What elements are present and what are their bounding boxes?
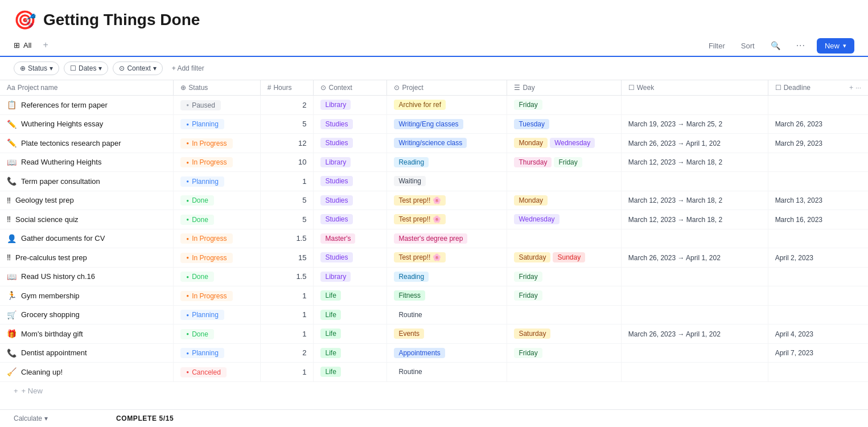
project-cell[interactable]: Events <box>387 325 507 344</box>
day-cell[interactable]: Friday <box>507 343 621 363</box>
day-cell[interactable] <box>507 172 621 191</box>
hours-cell: 15 <box>260 248 314 268</box>
table-row[interactable]: ‼️Pre-calculus test prep●In Progress15St… <box>0 248 868 268</box>
dates-filter[interactable]: ☐ Dates ▾ <box>64 61 108 75</box>
day-cell[interactable] <box>507 229 621 248</box>
table-row[interactable]: 🛒Grocery shopping●Planning1LifeRoutine <box>0 305 868 325</box>
status-dot: ● <box>186 141 189 146</box>
day-cell[interactable]: Wednesday <box>507 210 621 229</box>
status-cell[interactable]: ●In Progress <box>174 153 260 172</box>
add-filter-button[interactable]: + Add filter <box>167 62 209 75</box>
table-row[interactable]: 📞Dentist appointment●Planning2LifeAppoin… <box>0 343 868 363</box>
project-emoji: 🎁 <box>7 329 17 338</box>
context-cell[interactable]: Life <box>314 363 387 382</box>
status-cell[interactable]: ●Done <box>174 325 260 344</box>
filter-button[interactable]: Filter <box>704 39 730 52</box>
status-cell[interactable]: ●Planning <box>174 114 260 134</box>
status-dot: ● <box>186 236 189 241</box>
project-cell[interactable]: Writing/Eng classes <box>387 114 507 134</box>
status-filter[interactable]: ⊕ Status ▾ <box>14 61 59 75</box>
project-cell[interactable]: Test prep!! 🌸 <box>387 210 507 229</box>
tab-all[interactable]: ⊞ All <box>14 36 38 55</box>
day-cell[interactable]: Saturday <box>507 325 621 344</box>
day-cell[interactable]: Tuesday <box>507 114 621 134</box>
project-name-cell: 📞Dentist appointment <box>0 343 174 363</box>
context-cell[interactable]: Studies <box>314 191 387 210</box>
context-cell[interactable]: Library <box>314 96 387 115</box>
context-cell[interactable]: Life <box>314 305 387 325</box>
sort-button[interactable]: Sort <box>737 39 759 52</box>
status-cell[interactable]: ●Planning <box>174 343 260 363</box>
project-cell[interactable]: Archive for ref <box>387 96 507 115</box>
day-cell[interactable]: Friday <box>507 286 621 306</box>
status-cell[interactable]: ●In Progress <box>174 229 260 248</box>
context-cell[interactable]: Life <box>314 286 387 306</box>
table-row[interactable]: ‼️Social science quiz●Done5StudiesTest p… <box>0 210 868 229</box>
context-cell[interactable]: Master's <box>314 229 387 248</box>
project-cell[interactable]: Reading <box>387 153 507 172</box>
day-cell[interactable]: Friday <box>507 267 621 286</box>
table-row[interactable]: 🎁Mom's birthday gift●Done1LifeEventsSatu… <box>0 325 868 344</box>
search-button[interactable]: 🔍 <box>766 39 785 52</box>
day-cell[interactable] <box>507 363 621 382</box>
table-row[interactable]: 🏃Gym membership●In Progress1LifeFitnessF… <box>0 286 868 306</box>
table-row[interactable]: ✏️Plate tectonics research paper●In Prog… <box>0 134 868 153</box>
table-row[interactable]: 📞Term paper consultation●Planning1Studie… <box>0 172 868 191</box>
status-cell[interactable]: ●In Progress <box>174 286 260 306</box>
project-cell[interactable]: Routine <box>387 305 507 325</box>
context-cell[interactable]: Library <box>314 267 387 286</box>
status-cell[interactable]: ●In Progress <box>174 134 260 153</box>
status-cell[interactable]: ●Canceled <box>174 363 260 382</box>
table-row[interactable]: 📖Read Wuthering Heights●In Progress10Lib… <box>0 153 868 172</box>
data-table-container[interactable]: AaProject name ⊕Status #Hours ⊙Context ⊙… <box>0 80 868 416</box>
add-column-icon[interactable]: + <box>849 84 853 92</box>
table-row[interactable]: ‼️Geology test prep●Done5StudiesTest pre… <box>0 191 868 210</box>
day-cell[interactable]: SaturdaySunday <box>507 248 621 268</box>
status-cell[interactable]: ●Planning <box>174 305 260 325</box>
day-cell[interactable]: Monday <box>507 191 621 210</box>
new-row-button[interactable]: + + New <box>0 382 868 400</box>
project-cell[interactable]: Reading <box>387 267 507 286</box>
status-cell[interactable]: ●In Progress <box>174 248 260 268</box>
project-cell[interactable]: Master's degree prep <box>387 229 507 248</box>
context-cell[interactable]: Life <box>314 325 387 344</box>
status-cell[interactable]: ●Done <box>174 191 260 210</box>
project-cell[interactable]: Fitness <box>387 286 507 306</box>
status-cell[interactable]: ●Done <box>174 210 260 229</box>
table-row[interactable]: ✏️Wuthering Heights essay●Planning5Studi… <box>0 114 868 134</box>
project-cell[interactable]: Writing/science class <box>387 134 507 153</box>
week-text: March 26, 2023 → April 1, 202 <box>628 139 721 147</box>
status-cell[interactable]: ●Planning <box>174 172 260 191</box>
project-cell[interactable]: Appointments <box>387 343 507 363</box>
status-cell[interactable]: ●Done <box>174 267 260 286</box>
day-cell[interactable]: Friday <box>507 96 621 115</box>
table-row[interactable]: 👤Gather documents for CV●In Progress1.5M… <box>0 229 868 248</box>
more-columns-icon[interactable]: ··· <box>855 84 861 92</box>
table-row[interactable]: 📋References for term paper●Paused2Librar… <box>0 96 868 115</box>
context-cell[interactable]: Studies <box>314 114 387 134</box>
context-cell[interactable]: Studies <box>314 248 387 268</box>
more-options-button[interactable]: ··· <box>792 38 810 53</box>
project-tag: Reading <box>394 157 429 167</box>
context-cell[interactable]: Library <box>314 153 387 172</box>
table-row[interactable]: 🧹Cleaning up!●Canceled1LifeRoutine <box>0 363 868 382</box>
project-tag: Fitness <box>394 290 425 301</box>
project-cell[interactable]: Test prep!! 🌸 <box>387 191 507 210</box>
context-cell[interactable]: Studies <box>314 210 387 229</box>
context-cell[interactable]: Studies <box>314 172 387 191</box>
week-cell <box>621 229 768 248</box>
context-filter[interactable]: ⊙ Context ▾ <box>113 61 162 75</box>
project-cell[interactable]: Test prep!! 🌸 <box>387 248 507 268</box>
day-cell[interactable]: ThursdayFriday <box>507 153 621 172</box>
calculate-button[interactable]: Calculate ▾ <box>14 414 48 422</box>
table-row[interactable]: 📖Read US history ch.16●Done1.5LibraryRea… <box>0 267 868 286</box>
context-cell[interactable]: Life <box>314 343 387 363</box>
context-cell[interactable]: Studies <box>314 134 387 153</box>
day-cell[interactable]: MondayWednesday <box>507 134 621 153</box>
new-button[interactable]: New ▾ <box>817 38 854 54</box>
project-cell[interactable]: Waiting <box>387 172 507 191</box>
status-cell[interactable]: ●Paused <box>174 96 260 115</box>
project-cell[interactable]: Routine <box>387 363 507 382</box>
day-cell[interactable] <box>507 305 621 325</box>
add-tab-button[interactable]: + <box>40 35 52 56</box>
